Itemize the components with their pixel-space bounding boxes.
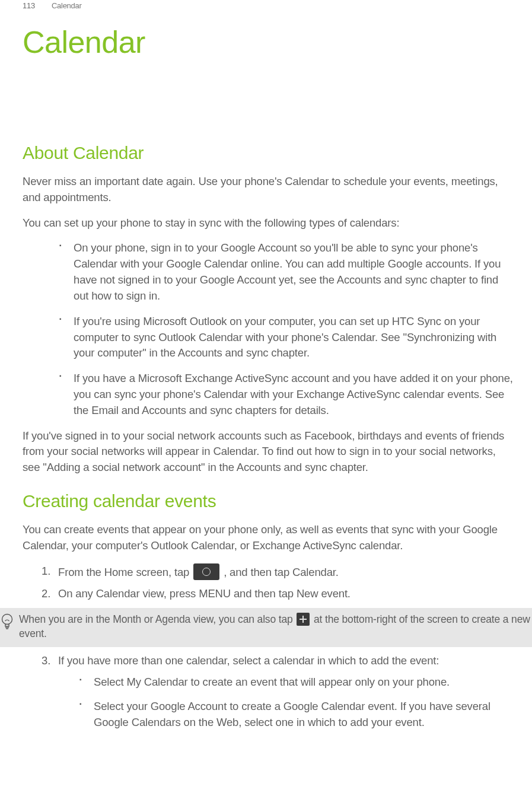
step-item: From the Home screen, tap , and then tap… [23, 563, 513, 581]
about-bullet-item: If you're using Microsoft Outlook on you… [23, 314, 513, 361]
step-item: On any Calendar view, press MENU and the… [23, 586, 513, 602]
about-intro-paragraph: Never miss an important date again. Use … [23, 174, 513, 206]
about-bullet-item: If you have a Microsoft Exchange ActiveS… [23, 371, 513, 418]
section-heading-about: About Calendar [23, 143, 513, 163]
creating-steps-list-continued: If you have more than one calendar, sele… [23, 653, 513, 669]
step1-text-post: , and then tap Calendar. [224, 566, 339, 578]
about-bullet-list: On your phone, sign in to your Google Ac… [23, 240, 513, 418]
creating-intro-paragraph: You can create events that appear on you… [23, 522, 513, 554]
section-heading-creating: Creating calendar events [23, 491, 513, 511]
about-social-paragraph: If you've signed in to your social netwo… [23, 428, 513, 476]
sub-bullet-item: Select your Google Account to create a G… [23, 699, 513, 731]
svg-point-0 [2, 614, 12, 625]
plus-icon [297, 613, 310, 626]
chapter-title: Calendar [23, 24, 513, 60]
sub-bullet-item: Select My Calendar to create an event th… [23, 674, 513, 690]
calendar-select-sublist: Select My Calendar to create an event th… [23, 674, 513, 730]
chapter-name: Calendar [52, 1, 82, 10]
about-sync-intro: You can set up your phone to stay in syn… [23, 215, 513, 231]
creating-steps-list: From the Home screen, tap , and then tap… [23, 563, 513, 603]
page-header: 113 Calendar [23, 1, 513, 10]
lightbulb-icon [0, 613, 14, 631]
page-number: 113 [23, 1, 35, 10]
tip-callout: When you are in the Month or Agenda view… [0, 608, 532, 647]
step1-text-pre: From the Home screen, tap [58, 566, 192, 578]
all-apps-icon [193, 563, 219, 580]
tip-text-pre: When you are in the Month or Agenda view… [19, 613, 295, 625]
about-bullet-item: On your phone, sign in to your Google Ac… [23, 240, 513, 304]
step-item: If you have more than one calendar, sele… [23, 653, 513, 669]
